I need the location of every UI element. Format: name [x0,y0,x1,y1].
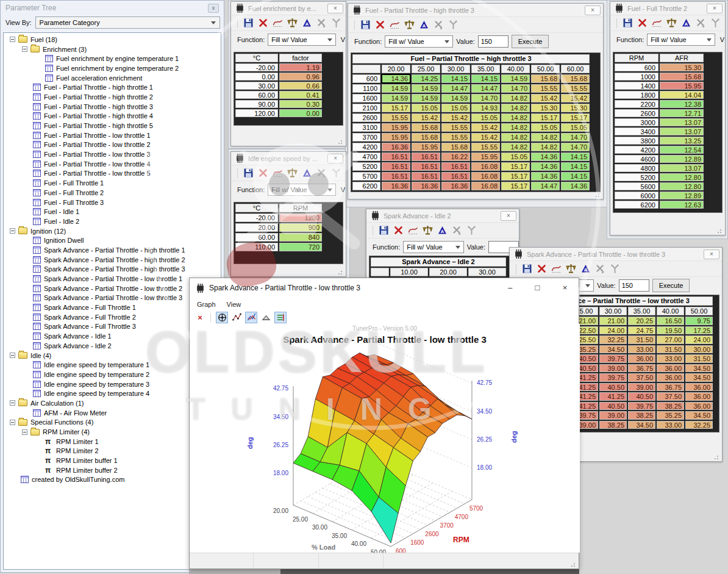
map-editor-icon[interactable]: A [302,168,312,178]
table-cell[interactable]: 15.30 [660,63,704,71]
table-cell[interactable]: 16.51 [412,172,440,181]
titlebar[interactable]: Fuel enrichment by e...× [231,2,346,15]
table-cell[interactable]: 14.47 [471,84,500,93]
tree-item[interactable]: Fuel acceleration enrichment [5,73,221,83]
table-cell[interactable]: 14.36 [531,172,560,181]
tree-item[interactable]: Spark Advance - Partial Throttle - low t… [5,293,221,303]
tree-item[interactable]: Spark Advance - Partial Throttle - high … [5,265,221,274]
move-tool-icon[interactable] [216,312,228,323]
tree-item[interactable]: Fuel - Full Throttle 3 [5,198,221,207]
table-cell[interactable]: 36.00 [657,373,684,382]
curve-icon[interactable] [390,20,400,30]
table-cell[interactable]: 14.82 [531,143,560,151]
table-cell[interactable]: 20.25 [628,317,655,325]
table-cell[interactable]: 14.70 [471,94,500,102]
tree-item[interactable]: Fuel - Full Throttle 2 [5,188,221,198]
tree-item[interactable]: RPM Limiter (4) [5,427,221,437]
table-cell[interactable]: 15.55 [382,113,410,122]
table-cell[interactable]: 14.82 [501,94,530,102]
tree-item[interactable]: Spark Advance - Idle 2 [5,341,221,351]
curve-icon[interactable] [273,168,283,178]
maximize-button[interactable]: □ [524,279,551,297]
compare-icon[interactable] [404,20,415,30]
table-cell[interactable]: 15.55 [441,133,470,142]
compare-icon[interactable] [666,18,677,28]
tree-item[interactable]: Ignition (12) [5,226,221,236]
clear-icon[interactable] [258,18,268,28]
table-cell[interactable]: 14.36 [561,182,590,190]
table-cell[interactable]: 12.80 [660,182,704,190]
map-editor-icon[interactable]: A [681,18,691,28]
table-cell[interactable]: 15.17 [561,113,590,122]
table-cell[interactable]: 14.82 [501,104,530,112]
table-cell[interactable]: 39.00 [599,411,627,420]
table-cell[interactable]: 13.25 [660,137,704,145]
table-cell[interactable]: 9.75 [685,317,713,325]
table-cell[interactable]: 30.00 [685,345,713,354]
table-cell[interactable]: 15.42 [412,113,440,122]
table-cell[interactable]: 35.25 [657,411,684,420]
table-cell[interactable]: 15.42 [531,94,560,102]
tree-item[interactable]: Fuel enrichment by engine temperature 1 [5,54,221,63]
table-cell[interactable]: 15.17 [382,104,410,112]
table-cell[interactable]: 15.42 [471,123,500,132]
table-cell[interactable]: 16.51 [382,162,410,171]
table-cell[interactable]: 39.75 [628,402,655,411]
table-cell[interactable]: 15.05 [441,104,470,112]
table-cell[interactable]: 16.51 [412,162,440,171]
table-cell[interactable]: 14.15 [441,74,470,83]
line-graph-icon[interactable] [230,312,243,323]
table-cell[interactable]: 14.36 [531,162,560,171]
tree-item[interactable]: Idle engine speed by temperature 2 [5,370,221,379]
table-cell[interactable]: 16.51 [382,152,410,161]
titlebar[interactable]: Spark Advance - Partial Throttle - low t… [510,248,722,261]
table-cell[interactable]: 15.55 [441,123,470,132]
table-cell[interactable]: 12.80 [660,173,704,181]
table-cell[interactable]: 14.25 [412,74,440,83]
function-select[interactable]: Fill w/ Value [268,184,336,196]
table-cell[interactable]: 34.50 [685,373,713,382]
collapse-icon[interactable] [22,46,27,52]
table-cell[interactable]: 39.75 [599,354,627,363]
table-cell[interactable]: 31.50 [685,354,713,363]
table-cell[interactable]: 36.00 [685,383,713,392]
table-cell[interactable]: 16.36 [382,143,410,151]
table-cell[interactable]: 14.82 [501,143,530,151]
save-icon[interactable] [360,20,371,30]
table-cell[interactable]: 36.75 [628,364,655,373]
table-cell[interactable]: 14.15 [561,162,590,171]
function-select[interactable]: Fill w/ Value [647,34,715,46]
resize-grip[interactable] [338,269,344,275]
compare-icon[interactable] [287,18,298,28]
map-editor-icon[interactable]: A [302,18,312,28]
table-cell[interactable]: 24.75 [628,326,655,335]
table-cell[interactable]: 840 [279,233,322,242]
table-cell[interactable]: 14.59 [441,94,470,102]
scrollbar-thumb[interactable] [280,569,579,574]
tree-item[interactable]: Fuel (18) [5,35,221,45]
clear-icon[interactable] [393,225,404,235]
collapse-icon[interactable] [10,37,15,42]
resize-grip[interactable] [595,192,601,198]
titlebar[interactable]: Fuel - Full Throttle 2× [610,2,725,15]
close-icon[interactable]: × [327,4,343,13]
tree-item[interactable]: Spark Advance - Full Throttle 1 [5,303,221,312]
table-cell[interactable]: 16.36 [412,182,440,190]
tree-item[interactable]: Spark Advance - Partial Throttle - low t… [5,274,221,284]
collapse-icon[interactable] [10,353,15,358]
close-button[interactable]: × [551,279,579,297]
table-cell[interactable]: 17.25 [685,326,713,335]
table-cell[interactable]: 16.51 [382,172,410,181]
close-icon[interactable]: × [585,5,601,15]
menu-graph[interactable]: Graph [197,301,216,308]
close-icon[interactable]: × [501,211,516,221]
table-cell[interactable]: 0.41 [279,91,322,99]
save-icon[interactable] [243,18,254,28]
table-cell[interactable]: 16.50 [657,317,684,325]
value-input[interactable] [619,279,649,292]
table-cell[interactable]: 38.25 [657,402,684,411]
resize-grip[interactable] [714,454,720,460]
table-cell[interactable]: 36.00 [685,392,713,401]
table-cell[interactable]: 15.68 [561,74,590,83]
table-cell[interactable]: 34.50 [599,345,627,354]
